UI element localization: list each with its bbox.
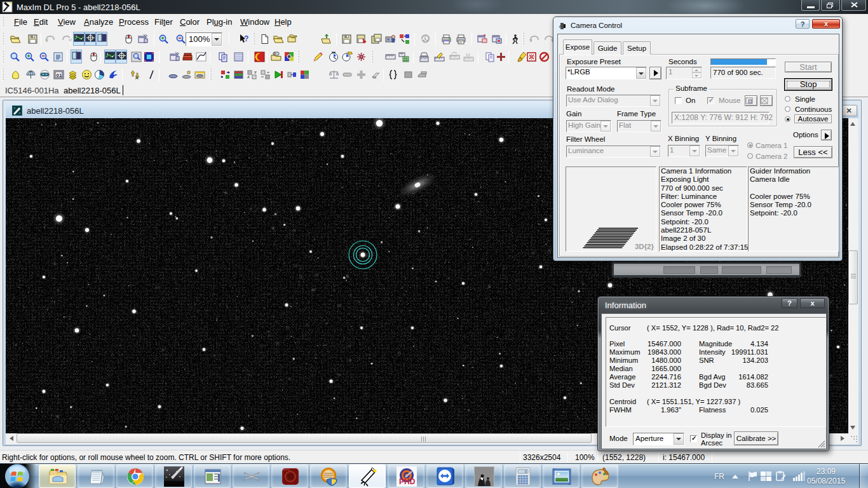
svg-text:0: 0 (525, 470, 527, 473)
svg-text:PHD: PHD (399, 477, 416, 486)
svg-text:?: ? (244, 34, 248, 43)
svg-text:A: A (135, 76, 139, 80)
svg-text:01: 01 (57, 72, 62, 78)
svg-text:M: M (466, 52, 470, 58)
